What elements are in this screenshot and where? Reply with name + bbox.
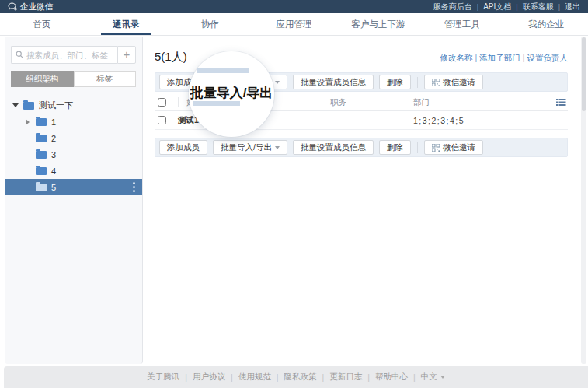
chevron-right-icon[interactable] <box>26 119 30 125</box>
folder-icon <box>36 151 47 159</box>
delete-button[interactable]: 删除 <box>379 140 411 155</box>
provider-console-link[interactable]: 服务商后台 <box>433 2 472 12</box>
vertical-scrollbar[interactable] <box>581 37 586 364</box>
delete-button[interactable]: 删除 <box>379 75 411 89</box>
divider <box>179 372 193 382</box>
row-checkbox-cell <box>155 116 178 124</box>
header-checkbox-cell <box>155 98 178 107</box>
column-settings-icon[interactable] <box>556 98 566 107</box>
main-nav: 首页 通讯录 协作 应用管理 客户与上下游 管理工具 我的企业 <box>0 13 588 36</box>
tree-item-dept-1[interactable]: 1 <box>5 114 142 130</box>
magnified-ui-fragment <box>193 101 240 106</box>
search-box[interactable] <box>11 46 117 64</box>
set-manager-link[interactable]: 设置负责人 <box>527 53 569 62</box>
search-input[interactable] <box>26 51 113 60</box>
tab-labels[interactable]: 标签 <box>74 71 137 87</box>
logout-link[interactable]: 退出 <box>565 2 580 12</box>
wechat-invite-button[interactable]: 微信邀请 <box>424 75 483 89</box>
tree-item-root[interactable]: 测试一下 <box>5 97 142 114</box>
button-label: 批量设置成员信息 <box>301 75 366 89</box>
divider <box>473 53 480 62</box>
contact-support-link[interactable]: 联系客服 <box>523 2 554 12</box>
tab-my-company[interactable]: 我的企业 <box>504 13 588 35</box>
batch-set-info-button[interactable]: 批量设置成员信息 <box>293 140 374 155</box>
tree-item-label: 3 <box>51 150 56 159</box>
batch-import-export-button[interactable]: 批量导入/导出 <box>213 140 287 155</box>
chevron-down-icon[interactable] <box>12 103 19 107</box>
divider <box>472 2 483 11</box>
sidebar-view-toggle: 组织架构 标签 <box>11 71 136 87</box>
folder-icon <box>36 167 47 175</box>
tab-contacts[interactable]: 通讯录 <box>84 13 168 35</box>
folder-icon <box>36 135 47 142</box>
batch-set-info-button[interactable]: 批量设置成员信息 <box>293 75 374 89</box>
about-tencent-link[interactable]: 关于腾讯 <box>147 372 179 383</box>
select-all-checkbox[interactable] <box>158 98 166 107</box>
tab-app-management[interactable]: 应用管理 <box>252 13 336 35</box>
divider <box>417 77 418 88</box>
divider <box>554 2 565 11</box>
tab-collaboration[interactable]: 协作 <box>168 13 252 35</box>
member-toolbar-bottom: 添加成员 批量导入/导出 批量设置成员信息 删除 微信邀请 <box>155 138 568 157</box>
chevron-down-icon <box>440 376 445 379</box>
scrollbar-thumb[interactable] <box>582 37 586 111</box>
member-department-cell: 1;3;2;3;4;5 <box>413 116 568 125</box>
tab-home[interactable]: 首页 <box>0 13 84 35</box>
footer: 关于腾讯 用户协议 使用规范 隐私政策 更新日志 帮助中心 中文 <box>4 366 588 388</box>
tree-item-dept-3[interactable]: 3 <box>5 146 142 163</box>
column-department: 部门 <box>413 97 556 108</box>
divider <box>520 53 527 62</box>
topbar: 企业微信 服务商后台 API文档 联系客服 退出 <box>0 0 588 13</box>
app-logo: 企业微信 <box>8 2 53 12</box>
more-options-icon[interactable] <box>133 182 135 194</box>
tree-item-label: 4 <box>51 166 56 176</box>
language-selector[interactable]: 中文 <box>421 372 445 383</box>
folder-icon <box>36 118 47 126</box>
api-docs-link[interactable]: API文档 <box>483 2 511 12</box>
department-tree: 测试一下 1 2 3 4 5 <box>5 97 142 195</box>
folder-icon <box>23 102 34 110</box>
usage-policy-link[interactable]: 使用规范 <box>238 372 271 383</box>
search-row: + <box>11 46 136 64</box>
add-member-button[interactable]: 添加成员 <box>159 140 207 155</box>
tree-item-label: 1 <box>51 117 56 127</box>
department-actions: 修改名称添加子部门设置负责人 <box>440 53 568 64</box>
divider <box>317 372 330 382</box>
divider <box>271 372 284 382</box>
column-job-title: 职务 <box>330 97 413 108</box>
search-icon <box>16 51 23 60</box>
add-subdepartment-link[interactable]: 添加子部门 <box>479 53 520 62</box>
tree-item-label: 测试一下 <box>39 100 73 111</box>
chevron-down-icon <box>275 81 280 84</box>
row-checkbox[interactable] <box>158 116 166 124</box>
contacts-sidebar: + 组织架构 标签 测试一下 1 2 3 4 5 <box>5 37 143 364</box>
wechat-invite-button[interactable]: 微信邀请 <box>424 140 483 155</box>
magnified-ui-fragment <box>197 68 249 73</box>
tab-admin-tools[interactable]: 管理工具 <box>420 13 504 35</box>
tab-customers[interactable]: 客户与上下游 <box>336 13 420 35</box>
divider <box>225 372 238 382</box>
divider <box>362 372 375 382</box>
button-label: 批量设置成员信息 <box>301 141 366 154</box>
tab-org-structure[interactable]: 组织架构 <box>11 71 74 87</box>
qr-code-icon <box>432 79 440 86</box>
member-departments: 1;3;2;3;4;5 <box>413 116 464 125</box>
button-label: 微信邀请 <box>443 141 475 154</box>
logo-text: 企业微信 <box>20 2 53 12</box>
divider <box>408 372 421 382</box>
tree-item-dept-2[interactable]: 2 <box>5 130 142 146</box>
tree-item-dept-5[interactable]: 5 <box>5 179 142 195</box>
tree-item-dept-4[interactable]: 4 <box>5 163 142 179</box>
privacy-policy-link[interactable]: 隐私政策 <box>284 372 317 383</box>
wechat-work-bubble-icon <box>8 2 17 11</box>
tree-item-label: 5 <box>51 183 56 192</box>
help-center-link[interactable]: 帮助中心 <box>375 372 408 383</box>
qr-code-icon <box>432 144 440 152</box>
rename-link[interactable]: 修改名称 <box>440 53 473 62</box>
changelog-link[interactable]: 更新日志 <box>329 372 362 383</box>
user-agreement-link[interactable]: 用户协议 <box>193 372 225 383</box>
add-department-button[interactable]: + <box>117 46 136 64</box>
folder-icon <box>36 184 47 191</box>
tree-item-label: 2 <box>51 134 56 143</box>
divider <box>417 142 418 153</box>
